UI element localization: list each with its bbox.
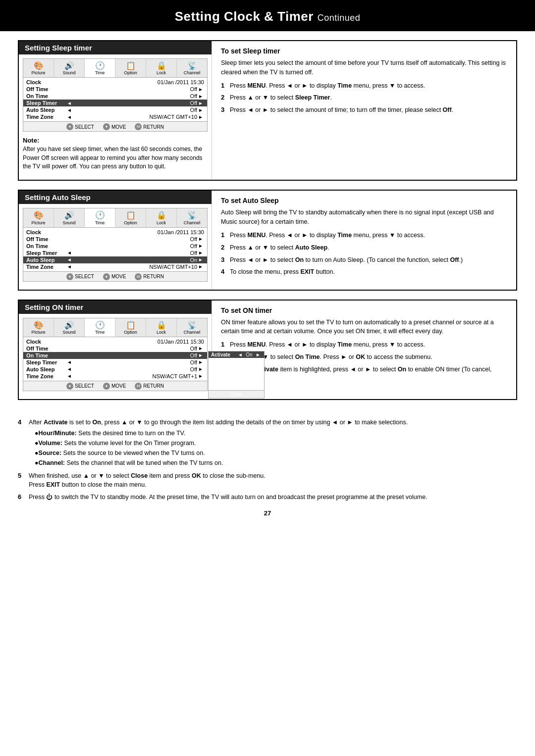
- page-header: Setting Clock & Timer Continued: [0, 0, 535, 31]
- icon-picture: 🎨 Picture: [23, 59, 54, 77]
- row-auto-sleep: Auto Sleep ◄ Off ►: [23, 106, 207, 113]
- auto-sleep-title: Setting Auto Sleep: [19, 191, 212, 204]
- menu-footer-on: ● SELECT ● MOVE M RETURN: [23, 381, 207, 391]
- icon-option: 📋 Option: [115, 59, 146, 77]
- sleep-timer-section: Setting Sleep timer 🎨 Picture 🔊 Sound: [18, 40, 517, 181]
- icon-option-auto: 📋 Option: [115, 208, 146, 227]
- row-on-time: On Time Off ►: [23, 93, 207, 100]
- submenu-channel: Channel ◄ 10 ►: [209, 384, 264, 390]
- icon-lock-auto: 🔒 Lock: [146, 208, 177, 227]
- row-time-zone-on: Time Zone ◄ NSW/ACT GMT+1 ►: [23, 373, 207, 380]
- on-timer-left: Setting ON timer 🎨 Picture 🔊 Sound 🕐: [19, 301, 212, 399]
- row-time-zone-auto: Time Zone ◄ NSW/ACT GMT+10 ►: [23, 263, 207, 270]
- icon-channel: 📡 Channel: [177, 59, 207, 77]
- step-4-auto: 4 To close the menu, press EXIT button.: [221, 267, 507, 277]
- menu-icons-on: 🎨 Picture 🔊 Sound 🕐 Time 📋: [23, 318, 207, 337]
- row-time-zone: Time Zone ◄ NSW/ACT GMT+10 ►: [23, 113, 207, 120]
- step-3-auto: 3 Press ◄ or ► to select On to turn on A…: [221, 255, 507, 265]
- submenu-hour: Hour ◄ 00 ►: [209, 358, 264, 364]
- menu-rows-auto: Clock 01/Jan /2011 15:30 Off Time Off ► …: [23, 228, 207, 271]
- page-number: 27: [0, 504, 535, 522]
- sleep-timer-steps: 1 Press MENU. Press ◄ or ► to display Ti…: [221, 81, 507, 115]
- step-1-auto: 1 Press MENU. Press ◄ or ► to display Ti…: [221, 231, 507, 240]
- menu-rows-on: Clock 01/Jan /2011 15:30 Off Time Off ► …: [23, 337, 207, 381]
- icon-time: 🕐 Time: [85, 59, 115, 77]
- row-on-time-on: On Time Off ► Activate ◄ On: [23, 352, 207, 359]
- icon-sound-auto: 🔊 Sound: [54, 208, 85, 227]
- icon-lock: 🔒 Lock: [146, 59, 177, 77]
- sleep-timer-desc: Sleep timer lets you select the amount o…: [221, 58, 507, 77]
- note-block: Note: After you have set sleep timer, wh…: [19, 135, 212, 175]
- row-auto-sleep-hl: Auto Sleep ◄ On ►: [23, 256, 207, 263]
- submenu-volume: Volume ◄ 30 ►: [209, 371, 264, 377]
- on-timer-desc: ON timer feature allows you to set the T…: [221, 318, 507, 337]
- menu-icons-auto: 🎨 Picture 🔊 Sound 🕐 Time 📋: [23, 208, 207, 227]
- icon-picture-on: 🎨 Picture: [23, 318, 54, 337]
- row-sleep-timer: Sleep Timer ◄ Off ►: [23, 100, 207, 106]
- to-set-auto-title: To set Auto Sleep: [221, 197, 507, 204]
- icon-time-auto: 🕐 Time: [85, 208, 115, 227]
- row-clock-auto: Clock 01/Jan /2011 15:30: [23, 229, 207, 236]
- row-auto-sleep-on: Auto Sleep ◄ Off ►: [23, 366, 207, 373]
- auto-sleep-left: Setting Auto Sleep 🎨 Picture 🔊 Sound 🕐: [19, 191, 212, 289]
- step-4-outer: 4 After Activate is set to On, press ▲ o…: [0, 418, 535, 469]
- sleep-timer-title: Setting Sleep timer: [19, 41, 212, 54]
- submenu-minute: Minute ◄ 00 ►: [209, 364, 264, 371]
- icon-lock-on: 🔒 Lock: [146, 318, 177, 337]
- note-text: After you have set sleep timer, when the…: [23, 145, 208, 171]
- row-sleep-timer-auto: Sleep Timer ◄ Off ►: [23, 250, 207, 256]
- icon-sound: 🔊 Sound: [54, 59, 85, 77]
- submenu-close: Close: [209, 390, 264, 398]
- row-clock: Clock 01/Jan /2011 15:30: [23, 79, 207, 86]
- to-set-sleep-title: To set Sleep timer: [221, 47, 507, 55]
- icon-option-on: 📋 Option: [115, 318, 146, 337]
- step-2-sleep: 2 Press ▲ or ▼ to select Sleep Timer.: [221, 93, 507, 102]
- to-set-on-title: To set ON timer: [221, 306, 507, 314]
- submenu-source: Source ◄ DTV ►: [209, 377, 264, 384]
- auto-sleep-section: Setting Auto Sleep 🎨 Picture 🔊 Sound 🕐: [18, 190, 517, 290]
- row-off-time: Off Time Off ►: [23, 86, 207, 93]
- auto-sleep-right: To set Auto Sleep Auto Sleep will bring …: [212, 191, 516, 289]
- header-title: Setting Clock & Timer: [175, 9, 314, 24]
- menu-rows-sleep: Clock 01/Jan /2011 15:30 Off Time Off ► …: [23, 78, 207, 121]
- icon-channel-auto: 📡 Channel: [177, 208, 207, 227]
- bullet-channel: ●Channel: Sets the channel that will be …: [35, 458, 517, 467]
- step-3-sleep: 3 Press ◄ or ► to select the amount of t…: [221, 105, 507, 115]
- menu-icons-sleep: 🎨 Picture 🔊 Sound 🕐 Time 📋: [23, 59, 207, 78]
- sleep-timer-left: Setting Sleep timer 🎨 Picture 🔊 Sound: [19, 41, 212, 180]
- header-continued: Continued: [318, 13, 361, 23]
- row-off-time-on: Off Time Off ►: [23, 345, 207, 352]
- note-title: Note:: [23, 137, 208, 144]
- submenu-popup: Activate ◄ On ► Hour ◄ 00: [207, 351, 265, 399]
- auto-sleep-menu: 🎨 Picture 🔊 Sound 🕐 Time 📋: [23, 208, 208, 281]
- auto-sleep-steps: 1 Press MENU. Press ◄ or ► to display Ti…: [221, 231, 507, 277]
- row-off-time-auto: Off Time Off ►: [23, 236, 207, 243]
- step-1-sleep: 1 Press MENU. Press ◄ or ► to display Ti…: [221, 81, 507, 91]
- bullet-source: ●Source: Sets the source to be viewed wh…: [35, 449, 517, 457]
- icon-picture-auto: 🎨 Picture: [23, 208, 54, 227]
- auto-sleep-desc: Auto Sleep will bring the TV to standby …: [221, 208, 507, 227]
- step-6-outer: 6 Press ⏻ to switch the TV to standby mo…: [0, 493, 535, 502]
- submenu-activate: Activate ◄ On ►: [209, 352, 264, 358]
- row-on-time-auto: On Time Off ►: [23, 243, 207, 250]
- menu-footer-sleep: ● SELECT ● MOVE M RETURN: [23, 121, 207, 131]
- icon-channel-on: 📡 Channel: [177, 318, 207, 337]
- on-timer-menu: 🎨 Picture 🔊 Sound 🕐 Time 📋: [23, 318, 208, 391]
- bullet-hour: ●Hour/Minute: Sets the desired time to t…: [35, 429, 517, 438]
- step-2-auto: 2 Press ▲ or ▼ to select Auto Sleep.: [221, 243, 507, 252]
- bullet-volume: ●Volume: Sets the volume level for the O…: [35, 439, 517, 448]
- sleep-timer-right: To set Sleep timer Sleep timer lets you …: [212, 41, 516, 180]
- icon-time-on: 🕐 Time: [85, 318, 115, 337]
- on-timer-title: Setting ON timer: [19, 301, 212, 314]
- step-5-outer: 5 When finished, use ▲ or ▼ to select Cl…: [0, 471, 535, 489]
- icon-sound-on: 🔊 Sound: [54, 318, 85, 337]
- step-1-on: 1 Press MENU. Press ◄ or ► to display Ti…: [221, 340, 507, 350]
- menu-footer-auto: ● SELECT ● MOVE M RETURN: [23, 271, 207, 281]
- row-sleep-timer-on: Sleep Timer ◄ Off ►: [23, 359, 207, 366]
- row-clock-on: Clock 01/Jan /2011 15:30: [23, 338, 207, 345]
- sleep-timer-menu: 🎨 Picture 🔊 Sound 🕐 Time 📋: [23, 58, 208, 132]
- on-timer-section: Setting ON timer 🎨 Picture 🔊 Sound 🕐: [18, 300, 517, 400]
